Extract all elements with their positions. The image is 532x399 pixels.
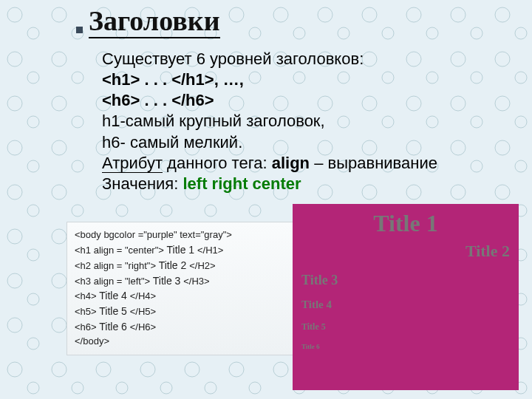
code-text: Title 3 (153, 275, 184, 287)
code-close: </H4> (130, 290, 156, 301)
attribute-line: Атрибут данного тега: align – выравниван… (102, 153, 517, 174)
h6-tag-line: <h6> . . . </h6> (102, 90, 517, 111)
code-line: <h6> Title 6 </H6> (75, 319, 287, 335)
body-text: Существует 6 уровней заголовков: <h1> . … (102, 49, 517, 194)
code-open: <h5> (75, 306, 99, 317)
smallest-line: h6- самый мелкий. (102, 132, 517, 153)
values-line: Значения: left right center (102, 174, 517, 194)
preview-h2: Title 2 (301, 242, 510, 261)
slide: Заголовки Существует 6 уровней заголовко… (0, 0, 532, 399)
code-line: <body bgcolor ="purple" text="gray"> (75, 228, 287, 242)
code-text: Title 5 (99, 305, 130, 317)
preview-h3: Title 3 (301, 273, 510, 288)
code-line: <h5> Title 5 </H5> (75, 304, 287, 319)
code-open: <h3 align = "left"> (75, 276, 153, 287)
code-open: <h2 align = "right"> (75, 260, 159, 271)
largest-line: h1-самый крупный заголовок, (102, 111, 517, 132)
code-line: <h3 align = "left"> Title 3 </H3> (75, 273, 287, 289)
intro-line: Существует 6 уровней заголовков: (102, 49, 517, 69)
code-close: </H5> (130, 306, 156, 317)
code-close: </H6> (130, 321, 156, 332)
h1-tag-line: <h1> . . . </h1>, …, (102, 69, 517, 90)
code-line: <h4> Title 4 </H4> (75, 288, 287, 304)
bullet-square (76, 27, 83, 33)
code-close: </H2> (189, 260, 215, 271)
attr-name: align (272, 154, 310, 172)
preview-h1: Title 1 (301, 210, 510, 237)
render-preview: Title 1 Title 2 Title 3 Title 4 Title 5 … (293, 204, 519, 390)
code-text: Title 1 (167, 244, 198, 256)
values-label: Значения: (102, 174, 183, 193)
value-left: left (183, 174, 207, 193)
preview-h4: Title 4 (301, 299, 510, 311)
code-open: <h4> (75, 290, 99, 301)
preview-h5: Title 5 (301, 321, 510, 332)
attr-rest: данного тега: (163, 154, 272, 172)
preview-h6: Title 6 (301, 343, 510, 350)
attr-desc: – выравнивание (310, 154, 437, 172)
page-title: Заголовки (89, 4, 220, 38)
code-text: Title 2 (159, 259, 190, 271)
code-line: </body> (75, 335, 287, 349)
code-open: <h6> (75, 321, 99, 332)
code-close: </H1> (197, 245, 223, 256)
code-open: <h1 align = "center"> (75, 245, 167, 256)
code-text: Title 6 (99, 321, 130, 332)
code-line: <h1 align = "center"> Title 1 </H1> (75, 242, 287, 258)
code-close: </H3> (183, 276, 209, 287)
code-listing: <body bgcolor ="purple" text="gray"> <h1… (66, 222, 296, 355)
code-text: Title 4 (99, 290, 130, 301)
value-right: right (212, 174, 248, 193)
code-line: <h2 align = "right"> Title 2 </H2> (75, 258, 287, 273)
attr-word: Атрибут (102, 154, 163, 173)
value-center: center (253, 174, 301, 193)
